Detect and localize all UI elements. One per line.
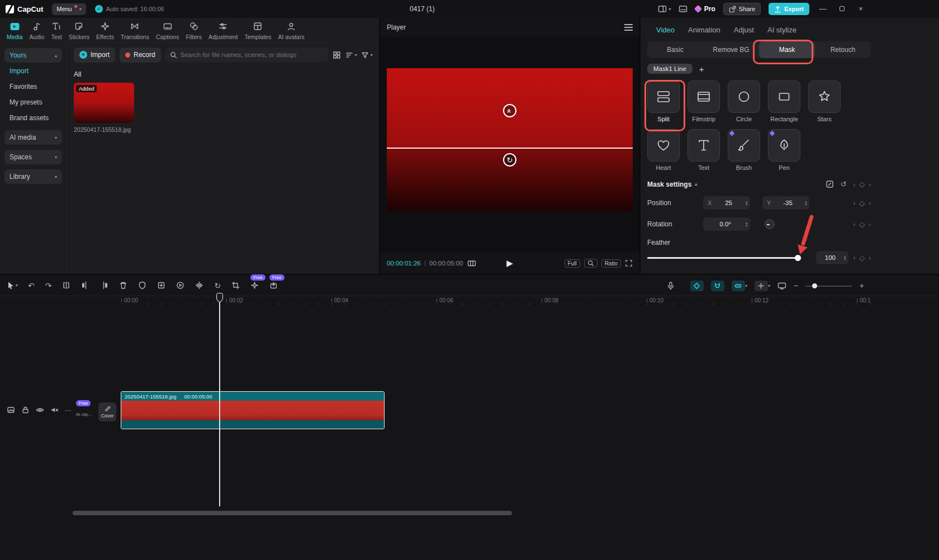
keyframe-nav[interactable]: ‹◇› (853, 199, 871, 207)
prev-keyframe-icon[interactable]: ‹ (853, 181, 856, 188)
full-button[interactable]: Full (565, 259, 580, 268)
media-item[interactable]: Added 20250417-155518.jpg (74, 83, 134, 133)
tab-effects[interactable]: Effects (93, 20, 117, 40)
tab-text[interactable]: Text (48, 20, 65, 40)
timeline-zoom-slider[interactable] (805, 283, 852, 288)
mask-option-brush[interactable]: Brush (728, 129, 760, 171)
preview-zoom-button[interactable] (584, 259, 597, 268)
tab-templates[interactable]: Templates (241, 20, 275, 40)
feather-slider-handle[interactable] (795, 255, 801, 261)
mirror-icon[interactable] (195, 281, 203, 290)
record-voiceover-icon[interactable] (666, 281, 675, 290)
cover-button[interactable]: Cover (98, 402, 116, 421)
mask-tool-icon[interactable] (138, 281, 146, 290)
magnet-toggle-icon[interactable] (711, 281, 724, 291)
tab-audio[interactable]: Audio (26, 20, 48, 40)
linking-toggle-icon[interactable]: ▾ (732, 281, 747, 291)
mask-feather-handle-icon[interactable]: « (503, 104, 516, 117)
timeline-clip[interactable]: 20250417-155518.jpg 00:00:05:00 (121, 391, 385, 429)
mask-settings-header[interactable]: Mask settings (647, 181, 691, 188)
extract-tool-icon[interactable]: Free (269, 281, 278, 290)
menu-button[interactable]: Menu ▾ (52, 3, 86, 15)
mask-option-rectangle[interactable]: Rectangle (768, 80, 800, 122)
trim-right-icon[interactable] (100, 281, 108, 290)
stepper-icon[interactable]: ▴▾ (746, 200, 747, 206)
more-icon[interactable]: ··· (65, 406, 72, 414)
keyframe-nav[interactable]: ‹◇› (853, 180, 871, 188)
import-button[interactable]: + Import (74, 48, 115, 63)
share-button[interactable]: Share (723, 3, 761, 15)
sidebar-item-ai-media[interactable]: AI media ▾ (4, 130, 62, 145)
track-thumbnail-icon[interactable] (7, 406, 15, 414)
ai-enhance-tool-icon[interactable]: Free (250, 281, 259, 290)
adjustment-panel-icon[interactable] (826, 180, 834, 188)
timeline-ruler[interactable]: 00:00 00:02 00:04 00:06 00:08 00:10 00:1… (0, 296, 871, 306)
search-input[interactable] (181, 51, 324, 58)
zoom-out-icon[interactable]: − (794, 281, 798, 290)
timeline-scrollbar[interactable] (73, 511, 512, 515)
pro-badge[interactable]: Pro (695, 5, 715, 13)
mask-option-stars[interactable]: Stars (808, 80, 841, 122)
sidebar-item-brand-assets[interactable]: Brand assets (4, 111, 62, 125)
position-x-input[interactable]: X 25 ▴▾ (703, 196, 750, 210)
ai-clip-tool[interactable]: Free AI clip... (76, 397, 98, 417)
tab-transitions[interactable]: Transitions (117, 20, 153, 40)
mask-option-split[interactable]: Split (647, 80, 680, 122)
grid-view-icon[interactable] (333, 51, 341, 59)
mask-rotate-handle-icon[interactable]: ↻ (503, 153, 516, 167)
mask-option-filmstrip[interactable]: Filmstrip (687, 80, 720, 122)
close-button[interactable]: × (855, 3, 866, 15)
eye-icon[interactable] (36, 406, 44, 414)
feather-slider[interactable] (647, 254, 802, 261)
next-keyframe-icon[interactable]: › (869, 181, 871, 188)
rotation-knob[interactable] (765, 219, 775, 229)
tab-video[interactable]: Video (656, 26, 675, 34)
select-tool-button[interactable]: ▾ (7, 281, 17, 290)
tab-ai-stylize[interactable]: AI stylize (767, 26, 796, 34)
preview-quality-icon[interactable] (777, 282, 786, 290)
feather-input[interactable]: 100 ▴▾ (816, 251, 848, 264)
rotate-icon[interactable]: ↻ (214, 281, 221, 290)
mute-icon[interactable] (50, 406, 59, 414)
interface-settings-button[interactable] (679, 5, 687, 13)
trim-left-icon[interactable] (81, 281, 89, 290)
stepper-icon[interactable]: ▴▾ (844, 255, 846, 261)
mask-layer-chip[interactable]: Mask1 Line (647, 64, 693, 74)
split-icon[interactable] (62, 281, 70, 290)
undo-icon[interactable]: ↶ (28, 281, 35, 290)
export-button[interactable]: Export (769, 3, 809, 15)
keyframe-toggle-icon[interactable] (690, 281, 704, 291)
playhead[interactable] (219, 297, 220, 506)
sidebar-item-my-presets[interactable]: My presets (4, 95, 62, 110)
sidebar-item-import[interactable]: Import (4, 64, 62, 78)
minimize-button[interactable]: — (817, 3, 828, 15)
tab-stickers[interactable]: Stickers (65, 20, 93, 40)
freeze-frame-icon[interactable] (157, 281, 165, 290)
zoom-slider-handle[interactable] (812, 283, 817, 288)
timeline-tracks[interactable]: ··· Free AI clip... Cover 20250417-15551… (0, 306, 939, 560)
mask-option-text[interactable]: Text (687, 129, 720, 171)
tab-ai-avatars[interactable]: AI avatars (274, 20, 307, 40)
tab-captions[interactable]: Captions (153, 20, 182, 40)
redo-icon[interactable]: ↷ (45, 281, 52, 290)
subtab-basic[interactable]: Basic (647, 41, 703, 58)
add-mask-icon[interactable]: + (699, 64, 704, 74)
zoom-in-icon[interactable]: + (860, 281, 864, 290)
rotation-input[interactable]: 0.0° ▴▾ (703, 217, 750, 231)
tab-media[interactable]: Media (3, 20, 26, 40)
fullscreen-icon[interactable] (625, 259, 633, 267)
subtab-mask[interactable]: Mask (759, 41, 815, 58)
sort-icon[interactable]: ▾ (345, 51, 357, 59)
lock-icon[interactable] (21, 406, 30, 414)
mask-option-pen[interactable]: Pen (768, 129, 800, 171)
mask-option-circle[interactable]: Circle (728, 80, 760, 122)
layout-toggle-button[interactable]: ▾ (658, 5, 671, 13)
player-menu-icon[interactable] (624, 27, 633, 28)
sidebar-item-yours[interactable]: Yours ▴ (4, 48, 62, 63)
sidebar-item-spaces[interactable]: Spaces ▾ (4, 150, 62, 164)
frame-grid-icon[interactable] (467, 259, 476, 267)
search-box[interactable] (165, 48, 328, 62)
sidebar-item-library[interactable]: Library ▾ (4, 169, 62, 184)
subtab-retouch[interactable]: Retouch (815, 41, 871, 58)
ratio-button[interactable]: Ratio (601, 259, 621, 268)
